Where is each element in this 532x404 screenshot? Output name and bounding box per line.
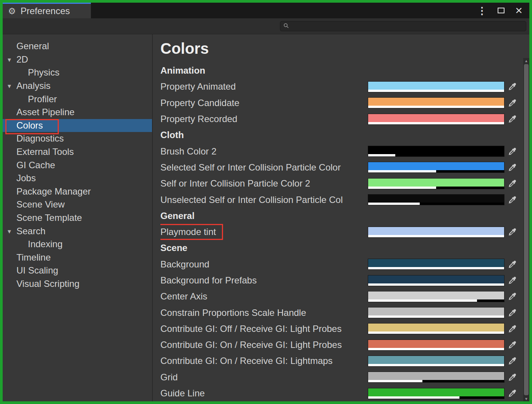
- scroll-up-icon[interactable]: ▲: [524, 58, 528, 63]
- eyedropper-icon[interactable]: [505, 163, 521, 172]
- color-setting-label: Contribute GI: On / Receive GI: Light Pr…: [160, 340, 368, 350]
- color-swatch[interactable]: [368, 81, 505, 92]
- eyedropper-icon[interactable]: [505, 99, 521, 107]
- color-setting-label-text: Brush Color 2: [160, 146, 217, 156]
- eyedropper-icon[interactable]: [505, 389, 521, 398]
- sidebar-item-scene-view[interactable]: Scene View: [3, 198, 152, 211]
- sidebar-item-external-tools[interactable]: External Tools: [3, 145, 152, 159]
- sidebar-item-search[interactable]: ▼Search: [3, 224, 152, 238]
- sidebar-item-ui-scaling[interactable]: UI Scaling: [3, 264, 152, 277]
- color-swatch[interactable]: [368, 114, 505, 125]
- sidebar-item-physics[interactable]: Physics: [3, 66, 152, 79]
- color-swatch[interactable]: [368, 307, 505, 318]
- sidebar-item-scene-template[interactable]: Scene Template: [3, 211, 152, 225]
- sidebar-item-general[interactable]: General: [3, 40, 152, 53]
- eyedropper-icon[interactable]: [505, 357, 521, 365]
- eyedropper-icon[interactable]: [505, 325, 521, 333]
- sidebar-item-analysis[interactable]: ▼Analysis: [3, 79, 152, 93]
- eyedropper-icon[interactable]: [505, 115, 521, 123]
- color-row: Background for Prefabs: [160, 272, 522, 288]
- color-row: Grid: [160, 369, 522, 385]
- sidebar-item-package-manager[interactable]: Package Manager: [3, 185, 152, 198]
- sidebar-item-label: Search: [16, 226, 45, 237]
- color-setting-label: Property Animated: [160, 81, 368, 92]
- sidebar-item-gi-cache[interactable]: GI Cache: [3, 158, 152, 172]
- color-row: Self or Inter Collision Particle Color 2: [160, 175, 522, 192]
- sidebar-item-profiler[interactable]: Profiler: [3, 92, 152, 106]
- sidebar-item-label: General: [16, 41, 49, 52]
- color-swatch[interactable]: [368, 194, 505, 205]
- eyedropper-icon[interactable]: [505, 373, 521, 381]
- color-swatch[interactable]: [368, 259, 505, 270]
- window-controls: ⋮ ×: [477, 3, 529, 18]
- color-row: Selected Self or Inter Collision Particl…: [160, 159, 522, 175]
- alpha-bar: [368, 267, 504, 269]
- vertical-scrollbar[interactable]: ▲ ▼: [523, 58, 529, 401]
- color-swatch[interactable]: [368, 340, 505, 351]
- eyedropper-icon[interactable]: [505, 147, 521, 156]
- color-row: Background: [160, 256, 522, 272]
- eyedropper-icon[interactable]: [505, 179, 521, 188]
- sidebar-item-colors[interactable]: Colors: [3, 119, 152, 132]
- sidebar-item-asset-pipeline[interactable]: Asset Pipeline: [3, 106, 152, 119]
- color-setting-label: Center Axis: [160, 291, 368, 302]
- color-setting-label-text: Grid: [160, 372, 178, 382]
- alpha-bar: [368, 332, 504, 334]
- color-swatch[interactable]: [368, 372, 505, 383]
- color-row: Constrain Proportions Scale Handle: [160, 304, 522, 320]
- scroll-down-icon[interactable]: ▼: [524, 396, 528, 401]
- sidebar-item-label: Analysis: [16, 80, 50, 91]
- foldout-triangle-icon[interactable]: ▼: [6, 228, 12, 234]
- color-setting-label-text: Background: [160, 259, 209, 269]
- color-swatch[interactable]: [368, 291, 505, 302]
- color-settings-list: AnimationProperty AnimatedProperty Candi…: [160, 63, 522, 401]
- eyedropper-icon[interactable]: [505, 276, 521, 285]
- eyedropper-icon[interactable]: [505, 196, 521, 204]
- color-swatch[interactable]: [368, 275, 505, 286]
- foldout-triangle-icon[interactable]: ▼: [6, 56, 12, 63]
- color-setting-label: Constrain Proportions Scale Handle: [160, 307, 368, 318]
- color-row: Brush Color 2: [160, 143, 522, 159]
- color-swatch[interactable]: [368, 388, 505, 399]
- tab-preferences[interactable]: ⚙ Preferences: [3, 3, 91, 18]
- eyedropper-icon[interactable]: [505, 260, 521, 269]
- maximize-icon[interactable]: [498, 8, 505, 13]
- sidebar-item-indexing[interactable]: Indexing: [3, 238, 152, 251]
- eyedropper-icon[interactable]: [505, 292, 521, 301]
- color-setting-label: Grid: [160, 372, 368, 383]
- color-swatch[interactable]: [368, 323, 505, 334]
- color-setting-label-text: Playmode tint: [160, 224, 223, 240]
- close-icon[interactable]: ×: [515, 6, 522, 16]
- alpha-bar: [368, 315, 504, 318]
- search-input[interactable]: [291, 23, 523, 30]
- sidebar-item-diagnostics[interactable]: Diagnostics: [3, 132, 152, 145]
- color-setting-label: Unselected Self or Inter Collision Parti…: [160, 195, 368, 205]
- color-setting-label-text: Property Recorded: [160, 114, 237, 124]
- color-setting-label: Brush Color 2: [160, 146, 368, 157]
- search-box[interactable]: [280, 21, 526, 31]
- sidebar-item-label: Physics: [28, 67, 60, 78]
- color-swatch[interactable]: [368, 227, 505, 238]
- eyedropper-icon[interactable]: [505, 228, 521, 236]
- eyedropper-icon[interactable]: [505, 341, 521, 349]
- toolbar: [3, 18, 529, 34]
- color-swatch[interactable]: [368, 146, 505, 157]
- color-swatch[interactable]: [368, 162, 505, 173]
- color-swatch[interactable]: [368, 356, 505, 367]
- sidebar-item-label: Timeline: [16, 252, 51, 263]
- kebab-menu-icon[interactable]: ⋮: [477, 6, 487, 16]
- sidebar-item-label: Scene View: [16, 199, 65, 210]
- color-swatch[interactable]: [368, 97, 505, 108]
- color-setting-label: Contribute GI: Off / Receive GI: Light P…: [160, 324, 368, 334]
- sidebar-item-jobs[interactable]: Jobs: [3, 172, 152, 185]
- sidebar-item-2d[interactable]: ▼2D: [3, 53, 152, 66]
- eyedropper-icon[interactable]: [505, 309, 521, 317]
- color-swatch[interactable]: [368, 178, 505, 189]
- scrollbar-thumb[interactable]: [524, 64, 529, 395]
- alpha-bar: [368, 187, 504, 189]
- eyedropper-icon[interactable]: [505, 82, 521, 91]
- sidebar-item-visual-scripting[interactable]: Visual Scripting: [3, 277, 152, 291]
- content-area: General▼2DPhysics▼AnalysisProfilerAsset …: [3, 34, 529, 401]
- sidebar-item-timeline[interactable]: Timeline: [3, 251, 152, 264]
- foldout-triangle-icon[interactable]: ▼: [6, 83, 12, 89]
